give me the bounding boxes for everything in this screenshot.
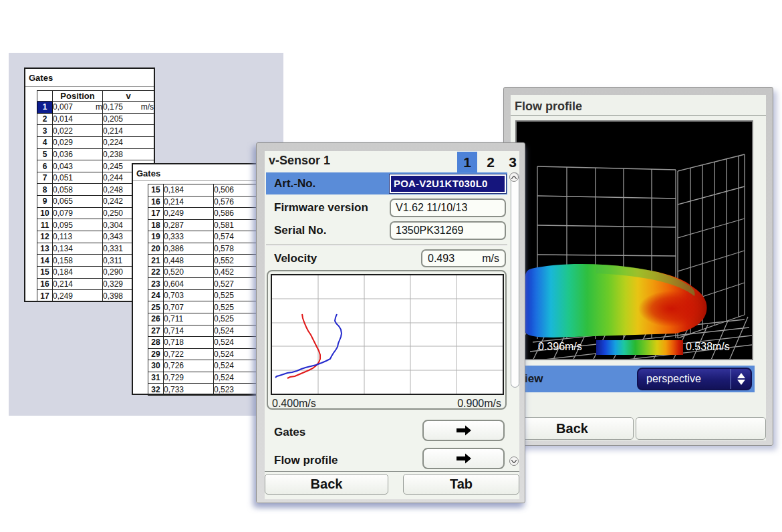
position-cell: 0,095 — [53, 219, 103, 231]
position-cell: 0,014 — [53, 113, 103, 125]
row-number: 2 — [37, 113, 53, 125]
row-number: 12 — [37, 231, 53, 243]
velocity-cell: 0,581 — [214, 219, 259, 231]
table-row[interactable]: 310,7290,524 — [148, 372, 259, 384]
table-row[interactable]: 170,2490,586 — [148, 208, 259, 220]
velocity-cell: 0,175m/s — [103, 102, 154, 114]
table-row[interactable]: 220,5200,452 — [148, 266, 259, 278]
position-cell: 0,134 — [53, 243, 103, 255]
table-row[interactable]: 240,7030,525 — [148, 289, 259, 301]
table-row[interactable]: 280,7180,524 — [148, 337, 259, 349]
tab-button[interactable]: Tab — [403, 474, 519, 495]
table-row[interactable]: 200,3860,578 — [148, 243, 259, 255]
flow-profile-3d-view: 0.396m/s 0.538m/s — [515, 120, 753, 360]
table-row[interactable]: 290,7220,524 — [148, 348, 259, 360]
scroll-down-button[interactable] — [509, 456, 519, 466]
table-row[interactable]: 160,2140,576 — [148, 196, 259, 208]
column-header-v: v — [103, 91, 154, 102]
velocity-cell: 0,224 — [103, 136, 154, 148]
column-header-position: Position — [53, 91, 103, 102]
flow-profile-link-label: Flow profile — [274, 454, 338, 467]
row-number: 15 — [37, 266, 53, 278]
row-number: 17 — [148, 208, 164, 220]
velocity-cell: 0,524 — [214, 337, 259, 349]
down-arrow-icon — [737, 380, 745, 385]
table-row[interactable]: 50,0360,238 — [37, 148, 154, 160]
right-arrow-icon — [454, 452, 473, 464]
table-row[interactable]: 320,7330,523 — [148, 384, 259, 396]
position-cell: 0,287 — [164, 219, 214, 231]
table-row[interactable]: 210,4480,552 — [148, 255, 259, 267]
position-cell: 0,007m — [53, 102, 103, 114]
title-divider — [25, 86, 154, 88]
position-cell: 0,184 — [164, 184, 214, 196]
row-number: 8 — [37, 184, 53, 196]
velocity-graph-plot — [271, 274, 504, 395]
position-cell: 0,711 — [164, 313, 214, 325]
velocity-cell: 0,525 — [214, 301, 259, 313]
row-number: 9 — [37, 196, 53, 208]
flow-back-button[interactable]: Back — [511, 417, 634, 440]
row-number: 14 — [37, 255, 53, 267]
velocity-cell: 0,524 — [214, 372, 259, 384]
table-row[interactable]: 300,7260,524 — [148, 360, 259, 372]
row-number: 31 — [148, 372, 164, 384]
row-number: 20 — [148, 243, 164, 255]
scrollbar-track[interactable] — [511, 172, 519, 388]
firmware-value: V1.62 11/10/13 — [390, 198, 506, 217]
velocity-label: Velocity — [274, 252, 317, 265]
table-row[interactable]: 230,6040,527 — [148, 278, 259, 290]
velocity-cell: 0,524 — [214, 325, 259, 337]
table-row[interactable]: 180,2870,581 — [148, 219, 259, 231]
tab-1[interactable]: 1 — [457, 152, 477, 172]
velocity-cell: 0,524 — [214, 348, 259, 360]
table-row[interactable]: 20,0140,205 — [37, 113, 154, 125]
view-select-value: perspective — [638, 373, 731, 385]
table-row[interactable]: 260,7110,525 — [148, 313, 259, 325]
table-row[interactable]: 190,3330,574 — [148, 231, 259, 243]
table-row[interactable]: 150,1840,506 — [148, 184, 259, 196]
position-cell: 0,113 — [53, 231, 103, 243]
up-arrow-icon — [737, 373, 745, 378]
row-number: 16 — [148, 196, 164, 208]
velocity-cell: 0,214 — [103, 125, 154, 137]
gates-arrow-button[interactable] — [422, 420, 505, 441]
position-cell: 0,707 — [164, 301, 214, 313]
flow-profile-arrow-button[interactable] — [422, 448, 505, 469]
tab-3[interactable]: 3 — [503, 152, 523, 172]
table-row[interactable]: 270,7140,524 — [148, 325, 259, 337]
back-button[interactable]: Back — [265, 474, 388, 495]
table-row[interactable]: 30,0220,214 — [37, 125, 154, 137]
table-row[interactable]: 250,7070,525 — [148, 301, 259, 313]
velocity-cell: 0,525 — [214, 313, 259, 325]
velocity-cell: 0,552 — [214, 255, 259, 267]
position-cell: 0,036 — [53, 148, 103, 160]
flow-scale-max: 0.538m/s — [686, 341, 730, 353]
select-spinner-icon[interactable] — [731, 369, 751, 389]
velocity-graph-frame: 0.400m/s 0.900m/s — [267, 270, 507, 410]
view-select[interactable]: perspective — [637, 368, 752, 390]
position-cell: 0,065 — [53, 196, 103, 208]
graph-xmax-label: 0.900m/s — [457, 398, 501, 410]
chevron-down-icon — [511, 460, 517, 463]
table-row[interactable]: 10,007m0,175m/s — [37, 102, 154, 114]
position-cell: 0,333 — [164, 231, 214, 243]
flow-3d-wireframe — [517, 122, 752, 359]
tab-2[interactable]: 2 — [481, 152, 501, 172]
row-number: 23 — [148, 278, 164, 290]
position-cell: 0,604 — [164, 278, 214, 290]
position-cell: 0,079 — [53, 207, 103, 219]
table-row[interactable]: 40,0290,224 — [37, 136, 154, 148]
scroll-up-button[interactable] — [509, 172, 519, 182]
flow-empty-button[interactable] — [636, 417, 766, 440]
velocity-unit: m/s — [482, 251, 499, 266]
gates-table-2: 150,1840,506160,2140,576170,2490,586180,… — [148, 184, 259, 396]
flow-profile-content: Flow profile — [511, 95, 766, 440]
flow-profile-dialog: Flow profile — [503, 87, 773, 446]
velocity-cell: 0,205 — [103, 113, 154, 125]
row-number: 24 — [148, 289, 164, 301]
v-sensor-title: v-Sensor 1 — [269, 154, 330, 168]
art-no-input[interactable]: POA-V2U1KT030L0 — [390, 174, 506, 193]
row-number: 1 — [37, 102, 53, 114]
row-number: 15 — [148, 184, 164, 196]
